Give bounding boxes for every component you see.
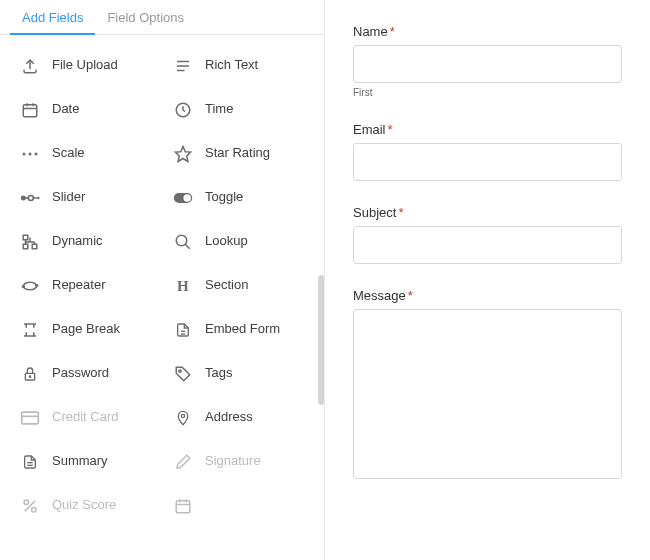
calendar-icon [20,100,40,120]
message-label: Message* [353,288,622,303]
field-item-placeholder [167,485,316,529]
star-icon [173,144,193,164]
scale-icon [20,144,40,164]
fields-list: File UploadRich TextDateTimeScaleStar Ra… [0,35,324,560]
subject-label: Subject* [353,205,622,220]
field-label: Address [205,409,253,426]
pin-icon [173,408,193,428]
signature-icon [173,452,193,472]
svg-rect-21 [23,244,28,249]
field-label: Repeater [52,277,105,294]
svg-rect-3 [23,105,37,117]
field-item-address[interactable]: Address [167,397,316,441]
tab-add-fields[interactable]: Add Fields [10,0,95,35]
field-item-repeater[interactable]: Repeater [14,265,163,309]
form-field-name: Name* First [353,24,622,98]
required-asterisk: * [408,288,413,303]
svg-line-47 [25,501,36,512]
tabs: Add Fields Field Options [0,0,324,35]
field-item-summary[interactable]: Summary [14,441,163,485]
field-item-rich-text[interactable]: Rich Text [167,45,316,89]
field-label: Dynamic [52,233,103,250]
field-label: Credit Card [52,409,118,426]
field-label: Password [52,365,109,382]
field-label: Star Rating [205,145,270,162]
name-sublabel: First [353,87,622,98]
svg-text:H: H [177,278,189,294]
field-label: Rich Text [205,57,258,74]
scrollbar-thumb[interactable] [318,275,324,405]
form-field-subject: Subject* [353,205,622,264]
svg-point-26 [176,235,187,246]
rich-text-icon [173,56,193,76]
field-item-embed-form[interactable]: Embed Form [167,309,316,353]
required-asterisk: * [390,24,395,39]
required-asterisk: * [388,122,393,137]
svg-point-38 [29,376,30,377]
field-label: File Upload [52,57,118,74]
field-item-dynamic[interactable]: Dynamic [14,221,163,265]
field-item-scale[interactable]: Scale [14,133,163,177]
field-item-signature: Signature [167,441,316,485]
message-textarea[interactable] [353,309,622,479]
field-label: Lookup [205,233,248,250]
svg-point-12 [22,196,25,199]
svg-rect-19 [23,235,28,240]
tag-icon [173,364,193,384]
field-item-slider[interactable]: Slider [14,177,163,221]
field-label: Scale [52,145,85,162]
left-panel: Add Fields Field Options File UploadRich… [0,0,325,560]
summary-icon [20,452,40,472]
dynamic-icon [20,232,40,252]
slider-icon [20,188,40,208]
field-item-time[interactable]: Time [167,89,316,133]
field-label: Page Break [52,321,120,338]
field-label: Summary [52,453,108,470]
field-label: Date [52,101,79,118]
field-label: Embed Form [205,321,280,338]
percent-icon [20,496,40,516]
form-preview: Name* First Email* Subject* Message* [325,0,650,560]
email-input[interactable] [353,143,622,181]
form-field-message: Message* [353,288,622,482]
credit-card-icon [20,408,40,428]
field-label: Tags [205,365,232,382]
lock-icon [20,364,40,384]
svg-line-27 [185,244,190,249]
svg-rect-40 [22,412,39,424]
tab-field-options[interactable]: Field Options [95,0,196,35]
svg-point-46 [32,508,37,513]
field-label: Toggle [205,189,243,206]
field-item-star-rating[interactable]: Star Rating [167,133,316,177]
svg-point-8 [23,153,26,156]
required-asterisk: * [398,205,403,220]
svg-rect-48 [176,501,190,513]
search-icon [173,232,193,252]
repeater-icon [20,276,40,296]
field-item-toggle[interactable]: Toggle [167,177,316,221]
field-item-lookup[interactable]: Lookup [167,221,316,265]
clock-icon [173,100,193,120]
toggle-icon [173,188,193,208]
subject-input[interactable] [353,226,622,264]
email-label: Email* [353,122,622,137]
field-label: Slider [52,189,85,206]
field-item-section[interactable]: HSection [167,265,316,309]
calendar-icon [173,496,193,516]
field-item-quiz-score: Quiz Score [14,485,163,529]
name-input[interactable] [353,45,622,83]
field-label: Section [205,277,248,294]
scrollbar-track [316,35,324,560]
field-item-password[interactable]: Password [14,353,163,397]
svg-point-16 [37,197,40,200]
field-item-credit-card: Credit Card [14,397,163,441]
field-label: Signature [205,453,261,470]
field-item-file-upload[interactable]: File Upload [14,45,163,89]
svg-point-14 [28,196,33,201]
svg-point-9 [29,153,32,156]
field-item-page-break[interactable]: Page Break [14,309,163,353]
field-item-tags[interactable]: Tags [167,353,316,397]
svg-point-42 [181,414,184,417]
field-item-date[interactable]: Date [14,89,163,133]
upload-icon [20,56,40,76]
